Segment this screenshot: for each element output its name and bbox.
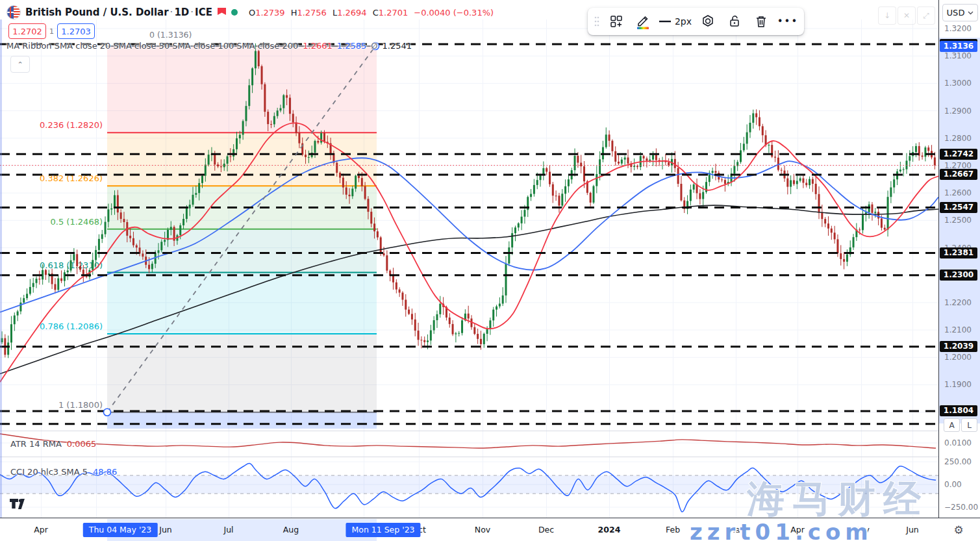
time-label: Jun	[159, 525, 172, 535]
more-options-icon[interactable]: •••	[775, 10, 800, 32]
market-status-icon	[231, 9, 238, 16]
change-readout: −0.0040 (−0.31%)	[414, 8, 494, 18]
drawing-toolbar: 2px •••	[588, 8, 804, 35]
currency-dropdown[interactable]: USD	[942, 4, 978, 21]
time-label: Jun	[906, 525, 919, 535]
time-label: Dec	[538, 525, 554, 535]
fib-scale-highlight	[939, 38, 980, 423]
buy-button[interactable]: 1.2703	[57, 23, 95, 39]
collapse-legend-button[interactable]: ⌃	[10, 56, 30, 73]
svg-text:0.236 (1.2820): 0.236 (1.2820)	[40, 120, 103, 130]
indicator-tick: 0.0100	[944, 438, 972, 447]
ma-ribbon-legend[interactable]: MA Ribbon SMA close 20 SMA close 50 SMA …	[6, 41, 412, 51]
hline-price-badge: 1.2300	[940, 270, 977, 281]
fib-start-date-badge: Thu 04 May '23	[83, 523, 158, 537]
move-pane-down-icon[interactable]: ↓	[878, 6, 896, 25]
sma100-hidden: Ø	[371, 41, 377, 51]
settings-hexagon-icon[interactable]	[696, 10, 720, 32]
line-width-button[interactable]: 2px	[657, 10, 694, 32]
hline-price-badge: 1.2039	[940, 341, 977, 352]
fib-end-date-badge: Mon 11 Sep '23	[346, 523, 420, 537]
svg-text:0.5 (1.2468): 0.5 (1.2468)	[51, 217, 103, 227]
indicator-tick: 0.00	[944, 480, 962, 489]
maximize-pane-icon[interactable]: ⤢	[917, 6, 935, 25]
flag-marker-icon[interactable]	[217, 7, 227, 18]
fib-level-0-label: 0 (1.3136)	[149, 30, 192, 40]
price-tick: 1.2800	[944, 134, 972, 143]
price-tick: 1.1900	[944, 380, 972, 389]
tradingview-logo[interactable]	[9, 498, 29, 512]
time-label: Nov	[475, 525, 490, 535]
time-label: Apr	[34, 525, 48, 535]
cci-legend[interactable]: CCI 20 hlc3 SMA 548.86	[10, 467, 117, 477]
axis-settings-gear-icon[interactable]: ⚙	[950, 522, 967, 538]
sma200-value: 1.2541	[383, 41, 412, 51]
brand-watermark: 海马财经	[746, 477, 929, 518]
symbol-flag-icon	[6, 5, 21, 19]
price-tick: 1.2200	[944, 298, 972, 307]
atr-legend[interactable]: ATR 14 RMA0.0065	[10, 439, 96, 449]
price-tick: 1.3200	[944, 24, 972, 33]
price-scale[interactable]: USD A L 1.32001.31001.30001.29001.28001.…	[938, 0, 980, 518]
svg-text:0.786 (1.2086): 0.786 (1.2086)	[40, 321, 103, 331]
price-tick: 1.2000	[944, 353, 972, 362]
spread-value: 1	[49, 27, 54, 36]
price-tick: 1.3000	[944, 79, 972, 88]
cci-value: 48.86	[93, 467, 117, 477]
log-scale-button[interactable]: L	[961, 418, 977, 432]
time-label: May	[853, 525, 870, 535]
interval-label: 1D	[174, 6, 189, 18]
hline-price-badge: 1.2667	[940, 169, 977, 180]
exchange-label: ICE	[195, 6, 212, 18]
atr-value: 0.0065	[67, 439, 97, 449]
color-picker-icon[interactable]	[631, 10, 655, 32]
price-tick: 1.2900	[944, 107, 972, 116]
sell-button[interactable]: 1.2702	[8, 23, 46, 39]
time-label: Apr	[790, 525, 805, 535]
tradingview-chart-app: 0.236 (1.2820)0.382 (1.2626)0.5 (1.2468)…	[0, 0, 980, 541]
price-tick: 1.3100	[944, 51, 972, 60]
time-label: Feb	[666, 525, 680, 535]
quote-buttons: 1.2702 1 1.2703	[8, 23, 95, 39]
price-tick: 1.2100	[944, 325, 972, 334]
close-pane-icon[interactable]: ✕	[898, 6, 916, 25]
hline-price-badge: 1.2547	[940, 202, 977, 213]
left-panel-rail	[0, 19, 2, 518]
hline-price-badge: 1.2742	[940, 149, 977, 160]
fib-price-badge: 1.3136	[940, 41, 977, 52]
sma50-value: 1.2585	[337, 41, 367, 51]
time-label: Aug	[283, 525, 299, 535]
add-to-layout-icon[interactable]	[604, 10, 629, 32]
chevron-down-icon	[968, 11, 974, 15]
sma20-value: 1.2661	[303, 41, 333, 51]
time-axis[interactable]: AprJunJulAugOctNovDec2024FebMarAprMayJun…	[0, 518, 980, 541]
indicator-tick: −250.00	[944, 503, 978, 512]
hline-price-badge: 1.1804	[940, 405, 977, 416]
symbol-title[interactable]: British Pound / U.S. Dollar·1D·ICE	[25, 6, 212, 18]
price-tick: 1.2600	[944, 188, 972, 197]
svg-text:1 (1.1800): 1 (1.1800)	[58, 400, 103, 410]
price-tick: 1.2500	[944, 216, 972, 225]
time-label: Jul	[223, 525, 233, 535]
time-label: Mar	[728, 525, 744, 535]
drag-handle-icon[interactable]	[592, 16, 602, 27]
hline-price-badge: 1.2381	[940, 247, 977, 258]
delete-icon[interactable]	[749, 10, 773, 32]
lock-icon[interactable]	[722, 10, 747, 32]
time-label: 2024	[598, 525, 621, 535]
ohlc-readout: O1.2739 H1.2756 L1.2694 C1.2701 −0.0040 …	[249, 8, 494, 18]
indicator-tick: 250.00	[944, 457, 972, 466]
fib-anchor-start[interactable]	[104, 409, 111, 416]
auto-scale-button[interactable]: A	[944, 418, 960, 432]
chart-canvas[interactable]: 0.236 (1.2820)0.382 (1.2626)0.5 (1.2468)…	[0, 0, 938, 518]
symbol-header: British Pound / U.S. Dollar·1D·ICE O1.27…	[6, 5, 494, 20]
